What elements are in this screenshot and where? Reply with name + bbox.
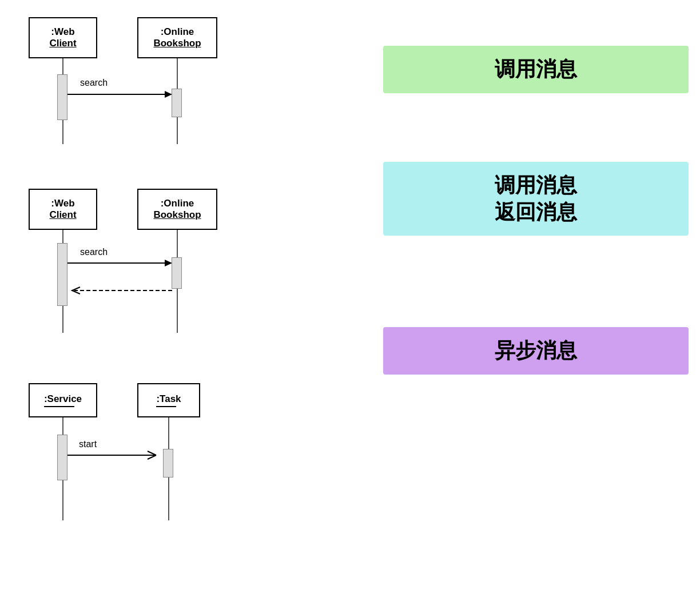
obj1-label-3: :Service (44, 393, 82, 407)
label-text-3: 异步消息 (495, 337, 577, 364)
svg-line-6 (148, 451, 156, 455)
lifeline-box-2-obj1: :WebClient (29, 189, 97, 230)
left-panel: :WebClient :OnlineBookshop search :WebCl… (0, 0, 372, 605)
arrow-label-3: start (79, 439, 97, 449)
arrow-return-2 (67, 285, 172, 296)
arrow-search-2 (67, 257, 172, 269)
activation-4 (172, 257, 182, 289)
diagram-3: :Service :Task start (11, 383, 229, 526)
lifeline-box-2-obj2: :OnlineBookshop (137, 189, 217, 230)
label-box-3: 异步消息 (383, 327, 689, 375)
activation-1 (57, 74, 67, 120)
arrow-search-1 (67, 89, 172, 100)
right-panel: 调用消息 调用消息 返回消息 异步消息 (372, 0, 700, 605)
svg-marker-3 (165, 260, 172, 266)
label-box-1: 调用消息 (383, 46, 689, 93)
obj1-label: :WebClient (49, 26, 76, 49)
obj2-label: :OnlineBookshop (153, 26, 201, 49)
lifeline-box-1-obj2: :OnlineBookshop (137, 17, 217, 58)
arrow-start-3 (67, 449, 165, 461)
label-text-1: 调用消息 (495, 56, 577, 83)
arrow-label-2: search (80, 247, 108, 257)
obj2-label-2: :OnlineBookshop (153, 198, 201, 221)
activation-2 (172, 89, 182, 117)
lifeline-box-3-obj1: :Service (29, 383, 97, 417)
label-box-2: 调用消息 返回消息 (383, 162, 689, 236)
obj2-label-3: :Task (156, 393, 181, 407)
lifeline-box-3-obj2: :Task (137, 383, 200, 417)
diagram-1: :WebClient :OnlineBookshop search (11, 17, 229, 149)
svg-line-7 (148, 455, 156, 459)
label-text-2b: 返回消息 (495, 199, 577, 226)
activation-5 (57, 435, 67, 480)
label-text-2a: 调用消息 (495, 172, 577, 199)
obj1-label-2: :WebClient (49, 198, 76, 221)
activation-3 (57, 243, 67, 306)
lifeline-box-1-obj1: :WebClient (29, 17, 97, 58)
svg-marker-1 (165, 91, 172, 98)
diagram-2: :WebClient :OnlineBookshop search (11, 189, 229, 343)
arrow-label-1: search (80, 78, 108, 88)
